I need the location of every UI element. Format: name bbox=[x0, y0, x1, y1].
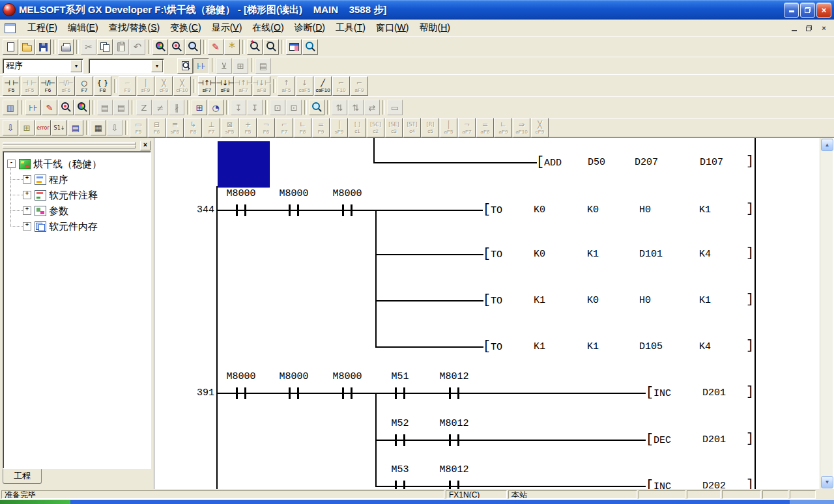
instruction-text[interactable]: D207 bbox=[635, 156, 658, 169]
instruction-text[interactable]: K0 bbox=[534, 204, 545, 217]
combo-arrow-icon[interactable]: ▾ bbox=[151, 60, 163, 72]
coil-button[interactable]: ○F7 bbox=[76, 76, 93, 96]
expand-box-icon[interactable]: + bbox=[23, 206, 31, 215]
contact-M8000[interactable] bbox=[342, 387, 352, 399]
new-project-button[interactable] bbox=[3, 39, 18, 55]
edit-cursor[interactable] bbox=[218, 141, 270, 188]
write-mode-button[interactable]: ✎ bbox=[208, 39, 223, 55]
instruction-text[interactable]: K4 bbox=[699, 341, 711, 354]
instruction-text[interactable]: K0 bbox=[587, 204, 599, 217]
instruction-text[interactable]: K1 bbox=[699, 204, 711, 217]
instruction-text[interactable]: K4 bbox=[699, 248, 711, 261]
contact-M52[interactable] bbox=[395, 434, 405, 446]
project-tree-toggle-button[interactable]: ⊦⊦ bbox=[194, 58, 209, 74]
sfc-block-button[interactable]: ⊞ bbox=[19, 120, 35, 135]
contact-M8000[interactable] bbox=[289, 204, 299, 216]
project-data-list-button[interactable] bbox=[286, 39, 302, 55]
data-type-combo[interactable]: 程序 ▾ bbox=[3, 59, 83, 74]
sfc-error-button[interactable]: error bbox=[35, 120, 51, 135]
find-contact-button[interactable] bbox=[58, 100, 74, 115]
zoom-in-button[interactable] bbox=[247, 39, 263, 55]
ladder-canvas[interactable]: M8000M8000M8000M8000M8000M8000M51M8012M5… bbox=[154, 138, 821, 490]
device-monitor-button[interactable] bbox=[302, 39, 318, 55]
device-name-combo[interactable]: ▾ bbox=[89, 59, 164, 74]
instruction-text[interactable]: K0 bbox=[534, 248, 545, 261]
instruction-text[interactable]: D201 bbox=[702, 434, 726, 447]
print-button[interactable] bbox=[58, 39, 74, 55]
ladder-editor[interactable]: M8000M8000M8000M8000M8000M8000M51M8012M5… bbox=[154, 138, 834, 490]
menu-item-V[interactable]: 显示(V) bbox=[207, 20, 248, 36]
instruction-text[interactable]: [DEC bbox=[646, 434, 671, 447]
minimize-button[interactable] bbox=[784, 3, 799, 18]
instruction-text[interactable]: D105 bbox=[639, 341, 663, 354]
instruction-text[interactable]: K1 bbox=[534, 294, 545, 307]
contact-M8012[interactable] bbox=[449, 434, 459, 446]
mdi-child-icon[interactable] bbox=[5, 23, 16, 33]
invert-operation-result-button[interactable]: ╱caF10 bbox=[314, 76, 332, 96]
menu-item-E[interactable]: 编辑(E) bbox=[63, 20, 104, 36]
closed-contact-button[interactable]: ⊣/⊢F6 bbox=[39, 76, 57, 96]
sfc-zoom-button[interactable]: ▦ bbox=[91, 120, 106, 135]
rising-pulse-contact-button[interactable]: ⊣↑⊢sF7 bbox=[198, 76, 216, 96]
expand-box-icon[interactable]: + bbox=[23, 175, 31, 184]
instruction-text[interactable]: D107 bbox=[700, 156, 723, 169]
contact-M8000[interactable] bbox=[342, 204, 352, 216]
instruction-text[interactable]: D202 bbox=[702, 480, 726, 490]
instruction-text[interactable]: H0 bbox=[639, 294, 651, 307]
application-instruction-button[interactable]: { }F8 bbox=[94, 76, 111, 96]
monitor-mode-button[interactable]: * bbox=[224, 39, 240, 55]
sfc-block-list-button[interactable]: ▤ bbox=[68, 120, 83, 135]
save-project-button[interactable] bbox=[35, 39, 51, 55]
instruction-text[interactable]: D201 bbox=[702, 387, 726, 400]
falling-pulse-contact-button[interactable]: ⊣↓⊢sF8 bbox=[216, 76, 234, 96]
instruction-text[interactable]: D101 bbox=[639, 248, 663, 261]
entry-data-monitor-button[interactable]: ⊞ bbox=[192, 100, 207, 115]
sfc-step-button[interactable]: ⇩ bbox=[3, 120, 18, 135]
collapse-box-icon[interactable]: - bbox=[7, 160, 16, 168]
find-instruction-button[interactable] bbox=[185, 39, 201, 55]
instruction-text[interactable]: K1 bbox=[587, 248, 599, 261]
child-minimize-button[interactable] bbox=[789, 24, 799, 33]
find-button[interactable] bbox=[152, 39, 168, 55]
child-close-button[interactable]: × bbox=[819, 24, 829, 33]
menu-item-H[interactable]: 帮助(H) bbox=[414, 20, 455, 36]
instruction-text[interactable]: [TO bbox=[483, 294, 502, 308]
instruction-text[interactable]: [TO bbox=[483, 248, 502, 262]
scroll-down-button[interactable]: ▼ bbox=[821, 476, 833, 488]
read-mode-button[interactable]: ⊦⊦ bbox=[25, 100, 41, 115]
taskbar-start-fragment[interactable] bbox=[0, 500, 70, 504]
contact-M53[interactable] bbox=[395, 481, 405, 490]
instruction-text[interactable]: D50 bbox=[588, 156, 605, 169]
instruction-text[interactable]: [TO bbox=[483, 341, 502, 354]
instruction-text[interactable]: [TO bbox=[483, 204, 502, 217]
zoom-out-button[interactable] bbox=[263, 39, 279, 55]
contact-M8000[interactable] bbox=[289, 387, 299, 399]
expand-box-icon[interactable]: + bbox=[23, 222, 31, 231]
instruction-text[interactable]: [INC bbox=[646, 387, 671, 400]
instruction-text[interactable]: K0 bbox=[587, 294, 599, 307]
restore-button[interactable] bbox=[800, 3, 815, 18]
copy-button[interactable] bbox=[97, 39, 113, 55]
menu-item-O[interactable]: 在线(O) bbox=[247, 20, 289, 36]
instruction-text[interactable]: K1 bbox=[534, 341, 545, 354]
clock-setting-button[interactable]: ◔ bbox=[208, 100, 223, 115]
monitor-condition-button[interactable] bbox=[309, 100, 324, 115]
close-button[interactable]: × bbox=[816, 3, 831, 18]
expand-box-icon[interactable]: + bbox=[23, 191, 31, 199]
vertical-scrollbar[interactable]: ▲ ▼ bbox=[820, 138, 833, 490]
contact-M8012[interactable] bbox=[449, 387, 459, 399]
menu-item-T[interactable]: 工具(T) bbox=[330, 20, 371, 36]
find-device-button[interactable] bbox=[169, 39, 184, 55]
combo-arrow-icon[interactable]: ▾ bbox=[70, 60, 82, 72]
project-tab[interactable]: 工程 bbox=[3, 469, 42, 484]
child-restore-button[interactable] bbox=[804, 24, 814, 33]
contact-M51[interactable] bbox=[395, 387, 405, 399]
open-contact-button[interactable]: ⊣ ⊢F5 bbox=[3, 76, 20, 96]
menu-item-C[interactable]: 变换(C) bbox=[165, 20, 206, 36]
instruction-text[interactable]: K1 bbox=[587, 341, 599, 354]
instruction-text[interactable]: [INC bbox=[646, 480, 671, 490]
contact-M8000[interactable] bbox=[236, 204, 246, 216]
contact-M8012[interactable] bbox=[449, 481, 459, 490]
ladder-monitor-button[interactable]: ▥ bbox=[3, 100, 18, 115]
menu-item-F[interactable]: 工程(F) bbox=[22, 20, 63, 36]
